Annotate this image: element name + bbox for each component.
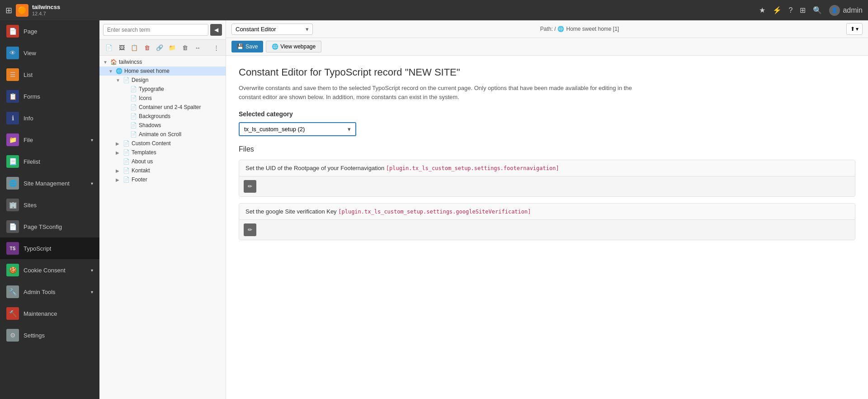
- tree-node-kontakt[interactable]: ▶ 📄 Kontakt: [99, 166, 226, 175]
- footer-nav-input[interactable]: [256, 181, 850, 192]
- sidebar-item-page-tsconfig[interactable]: 📄 Page TSconfig: [0, 216, 99, 238]
- bookmark-icon[interactable]: ★: [759, 6, 765, 14]
- node-icon-shadows: 📄: [130, 122, 137, 128]
- node-icon-typografie: 📄: [130, 86, 137, 92]
- node-icon-design: 📄: [123, 77, 130, 83]
- sidebar-item-filelist[interactable]: 📃 Filelist: [0, 151, 99, 172]
- sites-icon: 🏢: [6, 199, 19, 211]
- sidebar-item-info[interactable]: ℹ Info: [0, 107, 99, 129]
- node-icon-tailwincss: 🏠: [110, 59, 117, 65]
- folder-btn[interactable]: 📁: [166, 42, 178, 53]
- config-key-google-verify: [plugin.tx_ls_custom_setup.settings.goog…: [338, 209, 531, 215]
- node-icon-custom-content: 📄: [123, 140, 130, 147]
- edit-google-verify-btn[interactable]: ✏: [244, 223, 256, 236]
- search-icon[interactable]: 🔍: [813, 6, 822, 14]
- grid-icon[interactable]: ⊞: [5, 5, 12, 15]
- info-icon: ℹ: [6, 112, 19, 124]
- page-description: Overwrite constants and save them to the…: [239, 84, 646, 101]
- sidebar-item-cookie-consent[interactable]: 🍪 Cookie Consent ▾: [0, 259, 99, 281]
- expand-arrow-6: ▶: [116, 168, 121, 173]
- page-title: Constant Editor for TypoScript record "N…: [239, 66, 855, 78]
- globe-icon: 🌐: [557, 26, 564, 32]
- page-icon: 📄: [6, 25, 19, 38]
- expand-icon-2: ▾: [91, 181, 93, 186]
- config-item-google-verify-body: ✏: [239, 220, 855, 240]
- node-icon-animate: 📄: [130, 131, 137, 138]
- content-toolbar: Constant Editor ▾ Path: / 🌐 Home sweet h…: [226, 20, 868, 38]
- breadcrumb: Path: / 🌐 Home sweet home [1]: [540, 26, 619, 32]
- app-logo: 🟠 tailwincss 12.4.7: [16, 4, 60, 17]
- files-section-title: Files: [239, 145, 855, 153]
- user-menu[interactable]: 👤 admin: [829, 5, 863, 16]
- tree-node-home-sweet-home[interactable]: ▼ 🌐 Home sweet home: [99, 66, 226, 76]
- cookie-consent-icon: 🍪: [6, 264, 19, 276]
- expand-arrow-2: ▼: [108, 69, 114, 74]
- copy-btn[interactable]: 📋: [128, 42, 140, 53]
- expand-arrow-4: ▶: [116, 141, 121, 146]
- sidebar-item-maintenance[interactable]: 🔨 Maintenance: [0, 303, 99, 324]
- site-management-icon: 🌐: [6, 177, 19, 190]
- node-icon-home: 🌐: [116, 68, 123, 74]
- search-input[interactable]: [103, 24, 208, 36]
- tree-node-icons[interactable]: 📄 Icons: [99, 94, 226, 103]
- tree-panel: ◀ 📄 🖼 📋 🗑 🔗 📁 🗑 ↔ ⋮ ▼ 🏠 tailwincss ▼ 🌐: [99, 20, 226, 399]
- tree-node-backgrounds[interactable]: 📄 Backgrounds: [99, 112, 226, 121]
- app-name: tailwincss 12.4.7: [32, 4, 60, 17]
- tree-node-typografie[interactable]: 📄 Typografie: [99, 85, 226, 94]
- sidebar-item-admin-tools[interactable]: 🔧 Admin Tools ▾: [0, 281, 99, 303]
- tree-node-design[interactable]: ▼ 📄 Design: [99, 76, 226, 85]
- view-webpage-button[interactable]: 🌐 View webpage: [266, 41, 321, 52]
- dropdown-arrow-icon: ▾: [306, 26, 309, 33]
- sidebar-item-sites[interactable]: 🏢 Sites: [0, 194, 99, 216]
- tree-node-animate-on-scroll[interactable]: 📄 Animate on Scroll: [99, 130, 226, 139]
- node-icon-container: 📄: [130, 104, 137, 110]
- sidebar-item-settings[interactable]: ⚙ Settings: [0, 324, 99, 346]
- move-btn[interactable]: ↔: [192, 42, 203, 53]
- tree-node-container[interactable]: 📄 Container und 2-4 Spalter: [99, 103, 226, 112]
- forms-icon: 📋: [6, 90, 19, 103]
- tree-node-shadows[interactable]: 📄 Shadows: [99, 121, 226, 130]
- tree-node-templates[interactable]: ▶ 📄 Templates: [99, 148, 226, 157]
- sidebar-item-list[interactable]: ☰ List: [0, 64, 99, 86]
- share-button[interactable]: ⬆ ▾: [846, 23, 863, 35]
- tree-node-footer[interactable]: ▶ 📄 Footer: [99, 175, 226, 184]
- settings-icon: ⚙: [6, 329, 19, 342]
- node-icon-about: 📄: [123, 158, 130, 165]
- tree-node-about-us[interactable]: 📄 About us: [99, 157, 226, 166]
- sidebar-item-typoscript[interactable]: TS TypoScript: [0, 238, 99, 259]
- save-button[interactable]: 💾 Save: [231, 41, 263, 52]
- help-icon[interactable]: ?: [789, 6, 793, 14]
- google-verify-input[interactable]: [256, 224, 850, 236]
- admin-tools-icon: 🔧: [6, 285, 19, 298]
- tree-node-tailwincss[interactable]: ▼ 🏠 tailwincss: [99, 57, 226, 66]
- tree-node-custom-content[interactable]: ▶ 📄 Custom Content: [99, 139, 226, 148]
- maintenance-icon: 🔨: [6, 307, 19, 320]
- category-dropdown[interactable]: tx_ls_custom_setup (2) ▾: [239, 122, 356, 136]
- new-file-btn[interactable]: 📄: [103, 42, 115, 53]
- editor-type-dropdown[interactable]: Constant Editor ▾: [231, 24, 313, 35]
- sidebar-item-file[interactable]: 📁 File ▾: [0, 129, 99, 151]
- toggle-search-btn[interactable]: ◀: [210, 24, 222, 36]
- delete-btn[interactable]: 🗑: [141, 42, 153, 53]
- edit-footer-nav-btn[interactable]: ✏: [244, 180, 256, 193]
- action-toolbar: 💾 Save 🌐 View webpage: [226, 38, 868, 56]
- link-btn[interactable]: 🔗: [154, 42, 165, 53]
- sidebar-item-forms[interactable]: 📋 Forms: [0, 86, 99, 107]
- sidebar-item-page[interactable]: 📄 Page: [0, 20, 99, 42]
- more-btn[interactable]: ⋮: [210, 42, 222, 53]
- expand-arrow: ▼: [103, 60, 108, 65]
- new-folder-btn[interactable]: 🖼: [116, 42, 127, 53]
- config-key-footer-nav: [plugin.tx_ls_custom_setup.settings.foot…: [386, 165, 559, 171]
- tree-content: ▼ 🏠 tailwincss ▼ 🌐 Home sweet home ▼ 📄 D…: [99, 56, 226, 399]
- sidebar-item-site-management[interactable]: 🌐 Site Management ▾: [0, 172, 99, 194]
- content-main: Constant Editor for TypoScript record "N…: [226, 56, 868, 399]
- topbar: ⊞ 🟠 tailwincss 12.4.7 ★ ⚡ ? ⊞ 🔍 👤 admin: [0, 0, 868, 20]
- grid-apps-icon[interactable]: ⊞: [800, 6, 806, 14]
- avatar: 👤: [829, 5, 840, 16]
- expand-arrow-7: ▶: [116, 177, 121, 182]
- trash-btn[interactable]: 🗑: [179, 42, 191, 53]
- node-icon-backgrounds: 📄: [130, 113, 137, 119]
- flash-icon[interactable]: ⚡: [773, 6, 782, 14]
- expand-icon-4: ▾: [91, 290, 93, 294]
- sidebar-item-view[interactable]: 👁 View: [0, 42, 99, 64]
